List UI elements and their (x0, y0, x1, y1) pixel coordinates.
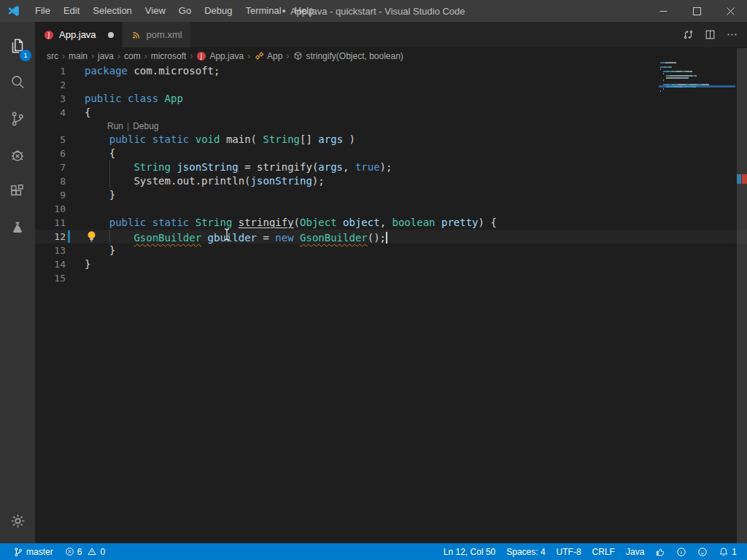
menu-view[interactable]: View (139, 0, 172, 22)
indent-guide (85, 133, 109, 147)
breadcrumb-item-app[interactable]: App (254, 51, 282, 61)
codelens-run-link[interactable]: Run (107, 121, 123, 131)
menu-selection[interactable]: Selection (86, 0, 138, 22)
breadcrumb-item-app-java[interactable]: JApp.java (196, 51, 244, 61)
tab-App.java[interactable]: JApp.java (35, 22, 123, 47)
code-token: } (109, 244, 115, 256)
search-icon[interactable] (0, 64, 35, 101)
code-token (220, 133, 225, 145)
code-line-14[interactable]: 14} (35, 257, 747, 271)
code-line-4[interactable]: 4{ (35, 106, 747, 120)
breadcrumb-item-src[interactable]: src (47, 51, 58, 61)
breadcrumb-item-java[interactable]: java (98, 51, 114, 61)
menu-edit[interactable]: Edit (57, 0, 86, 22)
branch-status[interactable]: master (10, 543, 56, 560)
encoding-status[interactable]: UTF-8 (554, 543, 584, 560)
minimap-token (671, 75, 678, 77)
menu-debug[interactable]: Debug (198, 0, 239, 22)
code-line-10[interactable]: 10 (35, 202, 747, 216)
minimap-line (660, 64, 733, 66)
vscode-logo-icon (7, 4, 21, 18)
tab-pom.xml[interactable]: pom.xml (123, 22, 191, 47)
open-changes-icon[interactable] (678, 26, 697, 44)
code-line-13[interactable]: 13} (35, 244, 747, 257)
line-number[interactable]: 11 (35, 216, 66, 230)
code-line-15[interactable]: 15 (35, 271, 747, 285)
line-number[interactable]: 9 (35, 188, 66, 202)
eol-status[interactable]: CRLF (589, 543, 618, 560)
breadcrumb-item-main[interactable]: main (69, 51, 88, 61)
code-line-5[interactable]: 5public static void main( String[] args … (35, 133, 747, 147)
minimap[interactable] (660, 62, 733, 95)
test-beaker-icon[interactable] (0, 210, 35, 246)
code-line-1[interactable]: 1package com.microsoft; (35, 64, 747, 78)
problems-status[interactable]: 6 0 (62, 543, 108, 560)
menu-terminal[interactable]: Terminal (239, 0, 287, 22)
svg-text:J: J (47, 31, 50, 39)
run-debug-icon[interactable] (0, 137, 35, 174)
explorer-icon[interactable]: 1 (0, 28, 35, 64)
minimap-token (666, 77, 680, 79)
line-number[interactable]: 10 (35, 202, 66, 216)
line-number[interactable]: 7 (35, 160, 66, 174)
feedback-smiley-icon[interactable] (694, 543, 711, 560)
cursor-position-status[interactable]: Ln 12, Col 50 (441, 543, 498, 560)
codelens-debug-link[interactable]: Debug (133, 121, 158, 131)
code-token: Object (300, 217, 337, 228)
code-line-12[interactable]: 12GsonBuilder gbuilder = new GsonBuilder… (35, 230, 747, 244)
modified-dot-icon[interactable] (108, 32, 114, 38)
breadcrumb-label: App (267, 51, 282, 61)
code-line-11[interactable]: 11public static String stringify(Object … (35, 216, 747, 230)
minimap-token (663, 73, 664, 74)
language-mode-status[interactable]: Java (623, 543, 647, 560)
indent-guide (109, 160, 134, 174)
source-control-icon[interactable] (0, 101, 35, 137)
breadcrumb-separator-icon: › (91, 51, 94, 61)
explorer-badge: 1 (20, 50, 31, 61)
maximize-button[interactable] (680, 0, 713, 22)
line-number[interactable]: 3 (35, 92, 66, 106)
code-line-2[interactable]: 2 (35, 78, 747, 92)
extensions-icon[interactable] (0, 174, 35, 210)
line-number[interactable]: 14 (35, 257, 66, 271)
line-number[interactable]: 8 (35, 174, 66, 188)
breadcrumb-item-microsoft[interactable]: microsoft (151, 51, 187, 61)
line-number[interactable]: 2 (35, 78, 66, 92)
indentation-status[interactable]: Spaces: 4 (503, 543, 548, 560)
breadcrumb-item-com[interactable]: com (124, 51, 141, 61)
line-number[interactable]: 15 (35, 271, 66, 285)
code-line-7[interactable]: 7String jsonString = stringify(args, tru… (35, 160, 747, 174)
line-number[interactable]: 5 (35, 133, 66, 147)
line-number[interactable]: 12 (35, 230, 66, 244)
tab-bar: JApp.javapom.xml (35, 22, 747, 47)
line-number[interactable]: 1 (35, 64, 66, 78)
more-actions-icon[interactable] (722, 26, 741, 44)
line-number[interactable]: 6 (35, 147, 66, 160)
close-button[interactable] (713, 0, 747, 22)
minimap-token (660, 90, 661, 92)
code-line-9[interactable]: 9} (35, 188, 747, 202)
line-content: package com.microsoft; (85, 64, 220, 78)
menu-go[interactable]: Go (172, 0, 198, 22)
editor-code-area[interactable]: 1package com.microsoft;23public class Ap… (35, 64, 747, 285)
code-token: object (343, 217, 380, 228)
menu-file[interactable]: File (28, 0, 57, 22)
code-line-8[interactable]: 8System.out.println(jsonString); (35, 174, 747, 188)
code-token: ); (380, 161, 392, 173)
thumbs-up-icon[interactable] (652, 543, 668, 560)
minimap-token (691, 71, 692, 72)
lightbulb-icon[interactable] (86, 230, 98, 243)
code-line-6[interactable]: 6{ (35, 147, 747, 160)
editor-scrollbar[interactable] (737, 48, 747, 543)
code-token: public (109, 133, 147, 145)
breadcrumb-item-stringify-object-boolean-[interactable]: stringify(Object, boolean) (293, 51, 403, 61)
settings-gear-icon[interactable] (0, 502, 35, 539)
code-line-3[interactable]: 3public class App (35, 92, 747, 106)
split-editor-icon[interactable] (700, 26, 719, 44)
notifications-bell[interactable]: 1 (716, 543, 740, 560)
info-icon[interactable] (673, 543, 689, 560)
line-number[interactable]: 13 (35, 244, 66, 257)
code-token: (); (368, 232, 386, 244)
line-number[interactable]: 4 (35, 106, 66, 120)
minimize-button[interactable] (646, 0, 680, 22)
